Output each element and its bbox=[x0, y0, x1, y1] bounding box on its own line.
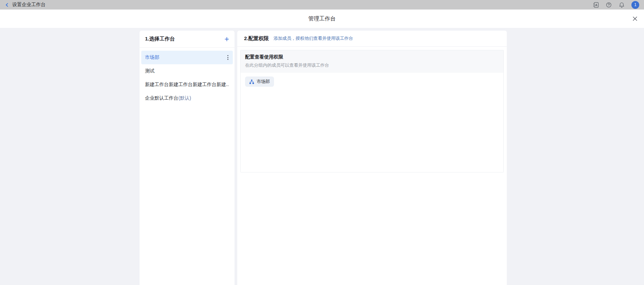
avatar[interactable]: 1 bbox=[631, 1, 639, 9]
select-workbench-header: 1.选择工作台 + bbox=[140, 31, 235, 48]
back-button[interactable]: 设置企业工作台 bbox=[5, 2, 46, 8]
topbar-title: 设置企业工作台 bbox=[12, 2, 46, 8]
view-permission-card-header: 配置查看使用权限 在此分组内的成员可以查看并使用该工作台 bbox=[241, 50, 503, 73]
close-icon[interactable] bbox=[632, 16, 638, 22]
page-title: 管理工作台 bbox=[308, 15, 336, 22]
workbench-item-default[interactable]: 企业默认工作台(默认) bbox=[141, 91, 233, 105]
view-permission-card-title: 配置查看使用权限 bbox=[245, 54, 499, 60]
workbench-list: 市场部 测试 新建工作台新建工作台新建工作台新建... 企业默认工作台(默认) bbox=[140, 48, 235, 108]
content-area: 1.选择工作台 + 市场部 测试 新建工作台新建工作台新建工作台新建... 企业… bbox=[0, 28, 644, 285]
member-tag[interactable]: 市场部 bbox=[245, 77, 274, 87]
bell-icon[interactable] bbox=[618, 2, 625, 8]
topbar-actions: 1 bbox=[593, 1, 639, 9]
select-workbench-title: 1.选择工作台 bbox=[145, 36, 175, 42]
topbar: 设置企业工作台 1 bbox=[0, 0, 644, 10]
more-actions-icon[interactable] bbox=[227, 54, 229, 61]
view-permission-card-subtitle: 在此分组内的成员可以查看并使用该工作台 bbox=[245, 62, 499, 68]
configure-permission-title: 2.配置权限 bbox=[244, 35, 269, 42]
workbench-item-ceshi[interactable]: 测试 bbox=[141, 64, 233, 78]
modal-titlebar: 管理工作台 bbox=[0, 10, 644, 28]
add-workbench-button[interactable]: + bbox=[225, 36, 229, 43]
select-workbench-panel: 1.选择工作台 + 市场部 测试 新建工作台新建工作台新建工作台新建... 企业… bbox=[140, 31, 235, 285]
workbench-item-shichangbu[interactable]: 市场部 bbox=[141, 51, 233, 64]
default-badge: (默认) bbox=[178, 95, 191, 101]
help-icon[interactable] bbox=[606, 2, 612, 8]
add-member-link[interactable]: 添加成员，授权他们查看并使用该工作台 bbox=[274, 35, 353, 41]
org-structure-icon bbox=[249, 79, 254, 84]
address-book-icon[interactable] bbox=[593, 2, 599, 8]
configure-permission-panel: 2.配置权限 添加成员，授权他们查看并使用该工作台 配置查看使用权限 在此分组内… bbox=[237, 31, 507, 285]
chevron-left-icon bbox=[5, 3, 9, 7]
member-tag-label: 市场部 bbox=[257, 79, 270, 85]
configure-permission-header: 2.配置权限 添加成员，授权他们查看并使用该工作台 bbox=[237, 31, 507, 47]
view-permission-card: 配置查看使用权限 在此分组内的成员可以查看并使用该工作台 bbox=[240, 50, 504, 172]
view-permission-card-body: 市场部 bbox=[241, 73, 503, 172]
workbench-item-xinjian[interactable]: 新建工作台新建工作台新建工作台新建... bbox=[141, 78, 233, 91]
